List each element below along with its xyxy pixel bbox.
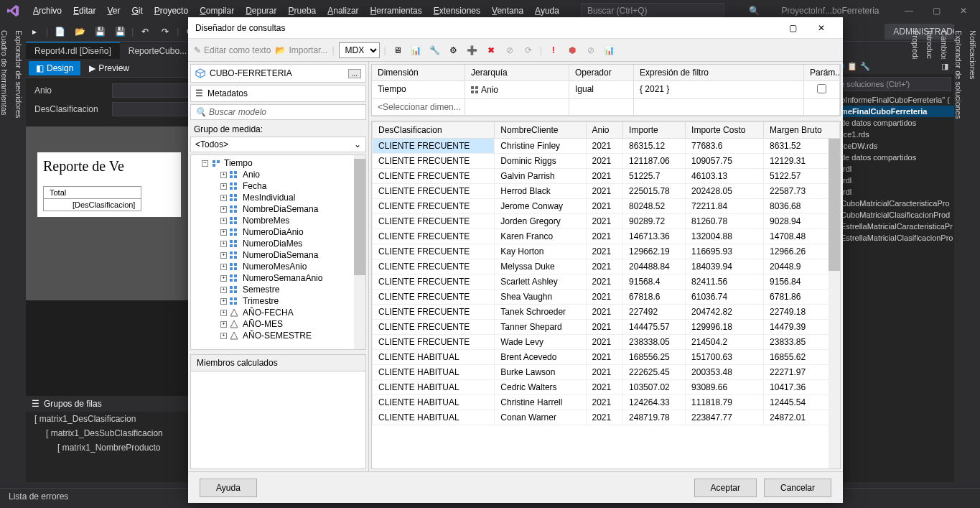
tree-attribute[interactable]: + NumeroDiaSemana <box>193 249 363 261</box>
table-row[interactable]: CLIENTE HABITUALBurke Lawson2021222625.4… <box>373 365 840 380</box>
table-cell[interactable]: 2021 <box>586 169 623 184</box>
tree-attribute[interactable]: + NumeroSemanaAnio <box>193 272 363 284</box>
close-button[interactable]: ✕ <box>953 4 974 18</box>
expand-icon[interactable]: + <box>220 241 227 247</box>
table-cell[interactable]: 116695.93 <box>686 244 764 259</box>
table-cell[interactable]: 2021 <box>586 199 623 214</box>
toolbar-icon[interactable]: 🔧 <box>428 43 442 57</box>
solution-item[interactable]: .rdl <box>832 186 954 198</box>
dialog-close-button[interactable]: ✕ <box>807 17 836 39</box>
toolbar-icon[interactable]: ⊘ <box>503 43 517 57</box>
solution-item[interactable]: EstrellaMatricialClasificacionPro <box>832 232 954 244</box>
table-cell[interactable]: 129996.18 <box>686 320 764 335</box>
tree-hierarchy[interactable]: + AÑO-FECHA <box>193 307 363 318</box>
column-header[interactable]: Margen Bruto <box>764 122 840 139</box>
table-cell[interactable]: 2021 <box>586 229 623 244</box>
tree-attribute[interactable]: + Anio <box>193 169 363 180</box>
table-cell[interactable]: Jorden Gregory <box>495 214 586 229</box>
filter-header-hierarchy[interactable]: Jerarquía <box>465 65 569 80</box>
table-cell[interactable]: 2021 <box>586 214 623 229</box>
cancel-icon[interactable]: ⊘ <box>584 43 598 57</box>
dialog-maximize-button[interactable]: ▢ <box>778 17 807 39</box>
run-icon[interactable]: ! <box>546 43 561 57</box>
tree-attribute[interactable]: + Semestre <box>193 284 363 295</box>
table-cell[interactable]: CLIENTE FRECUENTE <box>373 305 495 320</box>
table-cell[interactable]: Burke Lawson <box>495 365 586 380</box>
table-row[interactable]: CLIENTE HABITUALChristine Harrell2021124… <box>373 395 840 410</box>
tree-attribute[interactable]: + NombreDiaSemana <box>193 203 363 215</box>
table-row[interactable]: CLIENTE FRECUENTEJerome Conway202180248.… <box>373 199 840 214</box>
solution-item[interactable]: meFinalCuboFerreteria <box>832 106 954 117</box>
menu-ayuda[interactable]: Ayuda <box>529 3 565 19</box>
table-cell[interactable]: CLIENTE FRECUENTE <box>373 214 495 229</box>
table-cell[interactable]: 2021 <box>586 365 623 380</box>
minimize-button[interactable]: — <box>898 4 920 18</box>
table-cell[interactable]: 204488.84 <box>623 259 686 274</box>
table-cell[interactable]: Herrod Black <box>495 184 586 199</box>
report-canvas[interactable]: Reporte de Ve Total [DesClasificacion] <box>37 152 181 217</box>
table-row[interactable]: CLIENTE FRECUENTETanek Schroeder20212274… <box>373 305 840 320</box>
menu-editar[interactable]: Editar <box>67 3 101 19</box>
expand-icon[interactable]: + <box>220 298 227 305</box>
table-cell[interactable]: 2021 <box>586 290 623 305</box>
menu-analizar[interactable]: Analizar <box>322 3 364 19</box>
ok-button[interactable]: Aceptar <box>694 479 757 497</box>
table-cell[interactable]: 2021 <box>586 139 623 154</box>
filter-header-expression[interactable]: Expresión de filtro <box>634 65 804 80</box>
import-button[interactable]: 📂 Importar... <box>275 45 327 55</box>
table-cell[interactable]: Dominic Riggs <box>495 154 586 169</box>
search-model-input[interactable]: 🔍 Buscar modelo <box>190 104 366 120</box>
filter-param-checkbox[interactable] <box>804 81 840 98</box>
expand-icon[interactable]: + <box>220 195 227 201</box>
table-cell[interactable]: CLIENTE FRECUENTE <box>373 154 495 169</box>
tree-attribute[interactable]: + NumeroDiaMes <box>193 238 363 249</box>
expand-icon[interactable]: + <box>220 310 227 316</box>
solution-item[interactable]: EstrellaMatricialCaracteristicaPr <box>832 221 954 232</box>
menu-prueba[interactable]: Prueba <box>283 3 322 19</box>
table-cell[interactable]: 214504.2 <box>686 335 764 350</box>
expand-icon[interactable]: + <box>220 264 227 270</box>
table-cell[interactable]: 222625.45 <box>623 365 686 380</box>
table-cell[interactable]: CLIENTE FRECUENTE <box>373 229 495 244</box>
table-cell[interactable]: CLIENTE HABITUAL <box>373 410 495 425</box>
toolbar-icon[interactable]: 🖥 <box>391 43 405 57</box>
expand-icon[interactable]: + <box>220 252 227 259</box>
filter-header-operator[interactable]: Operador <box>569 65 634 80</box>
table-row[interactable]: CLIENTE HABITUALBrent Acevedo2021168556.… <box>373 350 840 365</box>
table-cell[interactable]: Wade Levy <box>495 335 586 350</box>
maximize-button[interactable]: ▢ <box>925 4 947 18</box>
menu-archivo[interactable]: Archivo <box>27 3 67 19</box>
table-cell[interactable]: 2021 <box>586 305 623 320</box>
report-field-cell[interactable]: [DesClasificacion] <box>44 199 141 211</box>
table-cell[interactable]: CLIENTE FRECUENTE <box>373 274 495 290</box>
table-cell[interactable]: Scarlett Ashley <box>495 274 586 290</box>
table-cell[interactable]: Christine Harrell <box>495 395 586 410</box>
table-cell[interactable]: 124264.33 <box>623 395 686 410</box>
tree-hierarchy[interactable]: + AÑO-SEMESTRE <box>193 330 363 341</box>
report-total-cell[interactable]: Total <box>44 187 141 199</box>
expand-icon[interactable]: + <box>220 229 227 236</box>
table-cell[interactable]: 111818.79 <box>686 395 764 410</box>
table-cell[interactable]: 132004.88 <box>686 229 764 244</box>
table-cell[interactable]: 238338.05 <box>623 335 686 350</box>
table-cell[interactable]: CLIENTE FRECUENTE <box>373 290 495 305</box>
table-row[interactable]: CLIENTE FRECUENTEHerrod Black2021225015.… <box>373 184 840 199</box>
table-cell[interactable]: CLIENTE FRECUENTE <box>373 139 495 154</box>
table-row[interactable]: CLIENTE FRECUENTEDominic Riggs2021121187… <box>373 154 840 169</box>
menu-proyecto[interactable]: Proyecto <box>149 3 194 19</box>
table-cell[interactable]: 202428.05 <box>686 184 764 199</box>
table-cell[interactable]: CLIENTE FRECUENTE <box>373 320 495 335</box>
column-header[interactable]: Anio <box>586 122 623 139</box>
expand-icon[interactable]: + <box>220 172 227 178</box>
side-tab[interactable]: Notificaciones <box>966 22 980 128</box>
menu-ver[interactable]: Ver <box>101 3 126 19</box>
table-cell[interactable]: 121187.06 <box>623 154 686 169</box>
filter-dimension[interactable]: Tiempo <box>372 81 465 98</box>
tree-attribute[interactable]: + Trimestre <box>193 295 363 307</box>
column-header[interactable]: DesClasificacion <box>373 122 495 139</box>
cancel-button[interactable]: Cancelar <box>764 479 831 497</box>
table-row[interactable]: CLIENTE FRECUENTEChristine Finley2021863… <box>373 139 840 154</box>
table-row[interactable]: CLIENTE HABITUALCedric Walters2021103507… <box>373 380 840 395</box>
expand-icon[interactable]: + <box>220 218 227 224</box>
table-row[interactable]: CLIENTE FRECUENTEScarlett Ashley20219156… <box>373 274 840 290</box>
